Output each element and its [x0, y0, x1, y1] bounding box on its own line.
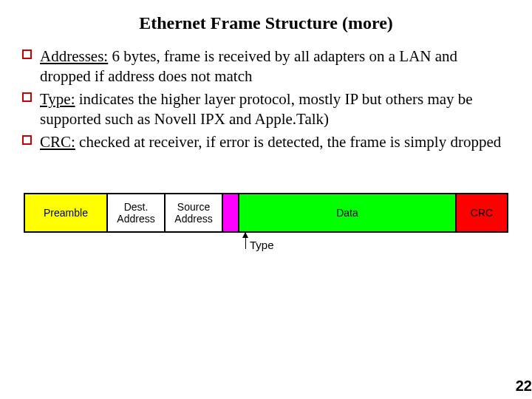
bullet-term: CRC: — [40, 133, 75, 151]
cell-type — [223, 194, 239, 231]
list-item: CRC: checked at receiver, if error is de… — [21, 132, 511, 152]
bullet-term: Type: — [40, 90, 75, 108]
bullet-text: indicates the higher layer protocol, mos… — [40, 90, 473, 128]
cell-dest-address: Dest.Address — [108, 194, 166, 231]
bullet-term: Addresses: — [40, 47, 108, 65]
slide-title: Ethernet Frame Structure (more) — [18, 13, 514, 33]
cell-preamble: Preamble — [25, 194, 108, 231]
bullet-text: checked at receiver, if error is detecte… — [75, 133, 501, 151]
bullet-square-icon — [22, 135, 32, 145]
bullet-square-icon — [22, 92, 32, 102]
page-number: 22 — [516, 378, 532, 395]
cell-source-address: SourceAddress — [166, 194, 223, 231]
arrow-up-icon — [245, 233, 246, 249]
bullet-list: Addresses: 6 bytes, frame is received by… — [18, 47, 514, 151]
frame-row: Preamble Dest.Address SourceAddress Data… — [24, 193, 508, 233]
list-item: Type: indicates the higher layer protoco… — [21, 89, 511, 129]
list-item: Addresses: 6 bytes, frame is received by… — [21, 47, 511, 86]
type-label: Type — [250, 239, 274, 251]
cell-crc: CRC — [457, 194, 507, 231]
type-pointer: Type — [24, 233, 508, 262]
cell-data: Data — [239, 194, 457, 231]
bullet-square-icon — [22, 50, 32, 59]
frame-diagram: Preamble Dest.Address SourceAddress Data… — [18, 193, 514, 262]
